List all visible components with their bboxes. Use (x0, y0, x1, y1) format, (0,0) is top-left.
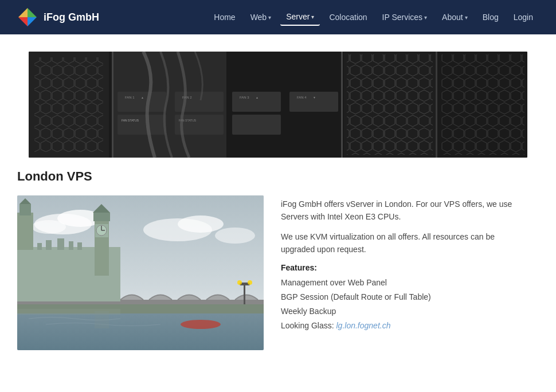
nav-link-login[interactable]: Login (508, 9, 539, 25)
svg-marker-1 (28, 8, 37, 17)
server-rack-svg: FAN 1 ▲ FAN STATUS FAN 2 FAN STATUS FAN … (29, 52, 527, 158)
svg-rect-46 (46, 240, 52, 250)
svg-text:FAN 1: FAN 1 (125, 96, 135, 99)
svg-rect-9 (118, 92, 166, 112)
chevron-down-icon: ▾ (268, 14, 271, 21)
feature-item-1: Management over Web Panel (281, 277, 516, 289)
nav-item-about: About ▾ (436, 9, 473, 25)
svg-rect-21 (232, 115, 281, 135)
svg-rect-28 (441, 54, 524, 155)
hero-container: FAN 1 ▲ FAN STATUS FAN 2 FAN STATUS FAN … (0, 34, 556, 158)
svg-text:FAN 4: FAN 4 (297, 96, 307, 99)
svg-point-63 (248, 280, 252, 285)
intro-paragraph-2: We use KVM virtualization on all offers.… (281, 230, 516, 256)
svg-point-62 (237, 280, 242, 285)
nav-item-web: Web ▾ (245, 9, 277, 25)
nav-link-colocation[interactable]: Colocation (323, 9, 373, 25)
svg-rect-29 (112, 52, 113, 158)
svg-text:▼: ▼ (313, 96, 316, 99)
nav-link-home[interactable]: Home (208, 9, 241, 25)
svg-marker-3 (28, 17, 37, 26)
nav-link-about[interactable]: About ▾ (436, 9, 473, 25)
svg-point-35 (32, 220, 66, 234)
intro-paragraph-1: iFog GmbH offers vServer in London. For … (281, 198, 516, 224)
chevron-down-icon: ▾ (465, 14, 468, 21)
svg-point-38 (215, 228, 255, 244)
svg-rect-60 (244, 284, 245, 304)
nav-link-ip-services[interactable]: IP Services ▾ (377, 9, 433, 25)
svg-rect-47 (57, 238, 64, 250)
features-list: Management over Web Panel BGP Session (D… (281, 277, 516, 332)
london-scene-svg (17, 195, 264, 350)
nav-item-server: Server ▾ (280, 9, 320, 26)
london-image (17, 195, 264, 350)
nav-link-web[interactable]: Web ▾ (245, 9, 277, 25)
svg-rect-66 (17, 309, 120, 315)
logo-icon (17, 7, 38, 28)
looking-glass-link[interactable]: lg.lon.fognet.ch (336, 321, 391, 330)
svg-rect-7 (34, 57, 103, 152)
svg-rect-45 (37, 243, 42, 250)
svg-rect-49 (77, 242, 82, 250)
chevron-down-icon: ▾ (424, 14, 427, 21)
svg-text:▲: ▲ (141, 96, 144, 99)
nav-link-blog[interactable]: Blog (477, 9, 504, 25)
svg-rect-31 (436, 52, 437, 158)
nav-item-colocation: Colocation (323, 9, 373, 25)
svg-point-37 (178, 215, 224, 233)
svg-text:FAN 3: FAN 3 (240, 96, 249, 99)
svg-rect-18 (232, 92, 281, 112)
features-label: Features: (281, 263, 516, 272)
svg-rect-51 (19, 204, 31, 215)
content-section: iFog GmbH offers vServer in London. For … (17, 195, 516, 350)
feature-item-looking-glass: Looking Glass: lg.lon.fognet.ch (281, 320, 516, 332)
svg-rect-48 (69, 241, 73, 250)
svg-rect-26 (347, 54, 433, 155)
nav-link-server[interactable]: Server ▾ (280, 9, 320, 26)
nav-item-ip-services: IP Services ▾ (377, 9, 433, 25)
svg-rect-58 (93, 213, 110, 221)
logo-link[interactable]: iFog GmbH (17, 7, 99, 28)
svg-marker-2 (18, 17, 28, 26)
svg-rect-12 (118, 115, 166, 135)
svg-rect-50 (17, 213, 33, 250)
svg-rect-30 (341, 52, 343, 158)
content-text: iFog GmbH offers vServer in London. For … (281, 195, 516, 334)
nav-item-home: Home (208, 9, 241, 25)
main-nav: iFog GmbH Home Web ▾ Server ▾ Colocation… (0, 0, 556, 34)
feature-item-2: BGP Session (Default Route or Full Table… (281, 291, 516, 303)
page-title: London VPS (17, 169, 516, 184)
svg-point-64 (181, 320, 221, 329)
svg-text:▲: ▲ (256, 96, 259, 99)
page-content: London VPS (0, 158, 533, 362)
svg-rect-22 (289, 92, 338, 112)
nav-links: Home Web ▾ Server ▾ Colocation IP Servic… (208, 9, 539, 26)
nav-item-login: Login (508, 9, 539, 25)
brand-name: iFog GmbH (44, 11, 99, 23)
svg-rect-39 (17, 310, 264, 350)
chevron-down-icon: ▾ (311, 14, 314, 20)
svg-text:FAN STATUS: FAN STATUS (122, 119, 139, 122)
svg-marker-0 (18, 8, 28, 17)
hero-image: FAN 1 ▲ FAN STATUS FAN 2 FAN STATUS FAN … (29, 52, 527, 158)
feature-item-3: Weekly Backup (281, 305, 516, 317)
nav-item-blog: Blog (477, 9, 504, 25)
